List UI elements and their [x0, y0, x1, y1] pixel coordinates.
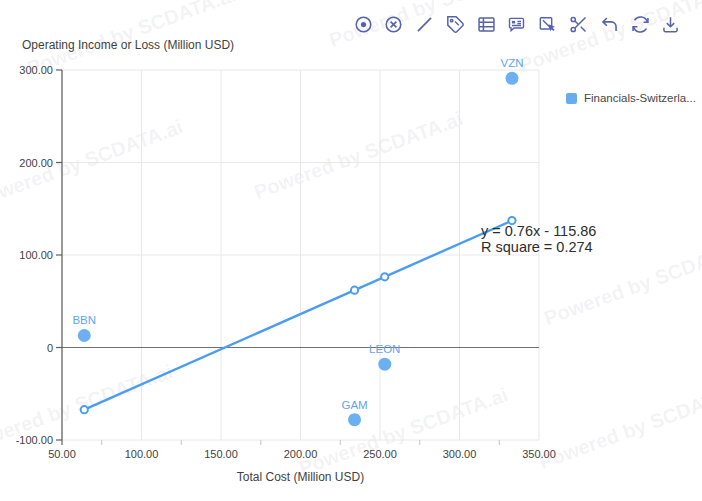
data-point-bbn[interactable] — [78, 329, 91, 342]
x-axis-title: Total Cost (Million USD) — [62, 470, 539, 484]
chart-toolbar — [352, 11, 682, 37]
x-tick-label: 300.00 — [443, 448, 477, 460]
legend-label: Financials-Switzerla... — [584, 92, 696, 104]
x-tick-label: 50.00 — [48, 448, 76, 460]
legend-item[interactable]: Financials-Switzerla... — [566, 92, 696, 104]
data-point-vzn[interactable] — [505, 72, 518, 85]
y-tick-label: 200.00 — [19, 157, 53, 169]
legend-swatch — [566, 93, 577, 104]
trend-point[interactable] — [351, 287, 358, 294]
data-point-leon[interactable] — [378, 358, 391, 371]
trend-line[interactable] — [84, 221, 512, 410]
point-label-bbn: BBN — [72, 314, 96, 326]
point-mode-icon[interactable] — [352, 13, 374, 35]
x-tick-label: 150.00 — [204, 448, 238, 460]
y-tick-label: 300.00 — [19, 64, 53, 76]
y-tick-label: 0 — [47, 342, 53, 354]
y-axis-title: Operating Income or Loss (Million USD) — [22, 38, 234, 52]
trend-point[interactable] — [81, 406, 88, 413]
scatter-plot[interactable]: -100.000100.00200.00300.0050.00100.00150… — [0, 0, 702, 501]
data-point-gam[interactable] — [348, 413, 361, 426]
cut-icon[interactable] — [568, 13, 590, 35]
regression-annotation: y = 0.76x - 115.86 R square = 0.274 — [481, 223, 596, 255]
y-tick-label: -100.00 — [16, 434, 53, 446]
x-tick-label: 200.00 — [284, 448, 318, 460]
point-label-gam: GAM — [341, 399, 367, 411]
regression-equation: y = 0.76x - 115.86 — [481, 223, 596, 239]
trend-point[interactable] — [381, 273, 388, 280]
x-tick-label: 250.00 — [363, 448, 397, 460]
data-table-icon[interactable] — [475, 13, 497, 35]
annotation-icon[interactable] — [506, 13, 528, 35]
download-icon[interactable] — [660, 13, 682, 35]
x-tick-label: 350.00 — [522, 448, 556, 460]
chart-app: Powered by SCDATA.ai Powered by SCDATA.a… — [0, 0, 702, 501]
y-tick-label: 100.00 — [19, 249, 53, 261]
point-label-vzn: VZN — [500, 57, 523, 69]
exclude-point-icon[interactable] — [383, 13, 405, 35]
trend-line-icon[interactable] — [414, 13, 436, 35]
x-tick-label: 100.00 — [125, 448, 159, 460]
undo-icon[interactable] — [598, 13, 620, 35]
point-label-leon: LEON — [369, 343, 400, 355]
refresh-icon[interactable] — [629, 13, 651, 35]
select-region-icon[interactable] — [537, 13, 559, 35]
tag-icon[interactable] — [444, 13, 466, 35]
regression-r-square: R square = 0.274 — [481, 239, 596, 255]
